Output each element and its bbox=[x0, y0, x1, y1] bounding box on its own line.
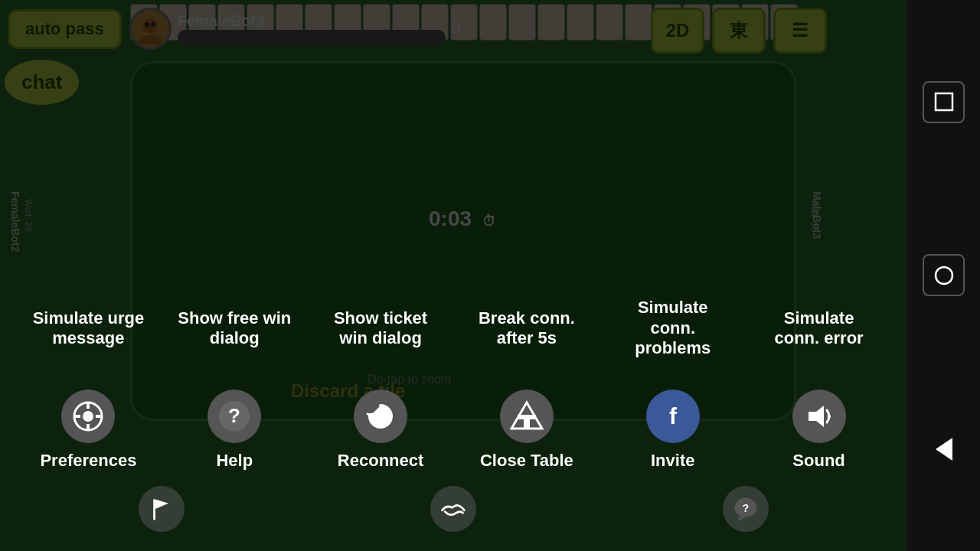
help-item[interactable]: ? Help bbox=[162, 378, 308, 482]
svg-rect-18 bbox=[153, 499, 155, 520]
reconnect-item[interactable]: Reconnect bbox=[308, 378, 454, 482]
close-table-icon bbox=[500, 390, 554, 443]
svg-text:f: f bbox=[669, 403, 678, 429]
flag-icon bbox=[139, 486, 185, 532]
preferences-label: Preferences bbox=[40, 451, 136, 471]
reconnect-label: Reconnect bbox=[338, 451, 423, 471]
simulate-urge-label: Simulate urgemessage bbox=[33, 308, 144, 349]
menu-simulate-conn-error[interactable]: Simulateconn. error bbox=[746, 286, 892, 370]
svg-rect-8 bbox=[74, 415, 80, 418]
simulate-conn-error-label: Simulateconn. error bbox=[775, 308, 864, 349]
overlay-menu: Simulate urgemessage Show free windialog… bbox=[0, 0, 907, 551]
bottom-icon-row: ? bbox=[0, 486, 907, 536]
svg-point-24 bbox=[936, 267, 952, 284]
show-ticket-win-label: Show ticketwin dialog bbox=[334, 308, 427, 349]
sound-icon bbox=[792, 390, 846, 443]
circle-button[interactable] bbox=[923, 254, 965, 296]
menu-show-free-win[interactable]: Show free windialog bbox=[162, 286, 308, 370]
svg-rect-23 bbox=[936, 93, 952, 110]
handshake-icon bbox=[430, 486, 476, 532]
svg-rect-7 bbox=[87, 424, 90, 430]
preferences-icon bbox=[61, 390, 115, 443]
reconnect-icon bbox=[354, 390, 407, 443]
menu-simulate-conn-problems[interactable]: Simulateconn.problems bbox=[599, 286, 746, 370]
break-conn-label: Break conn.after 5s bbox=[479, 308, 575, 349]
invite-item[interactable]: f Invite bbox=[599, 378, 746, 482]
invite-icon: f bbox=[646, 390, 700, 443]
icon-menu-grid: Preferences ? Help Reconn bbox=[0, 378, 907, 482]
question-chat-item[interactable]: ? bbox=[723, 486, 769, 536]
preferences-item[interactable]: Preferences bbox=[15, 378, 162, 482]
invite-label: Invite bbox=[651, 451, 694, 471]
help-icon: ? bbox=[207, 390, 261, 443]
svg-rect-13 bbox=[524, 419, 530, 429]
svg-marker-19 bbox=[155, 499, 168, 509]
back-button[interactable] bbox=[923, 428, 965, 470]
handshake-item[interactable] bbox=[430, 486, 476, 536]
menu-show-ticket-win[interactable]: Show ticketwin dialog bbox=[308, 286, 454, 370]
svg-rect-6 bbox=[87, 403, 90, 409]
flag-item[interactable] bbox=[139, 486, 185, 536]
question-chat-icon: ? bbox=[723, 486, 769, 532]
help-label: Help bbox=[216, 451, 253, 471]
menu-simulate-urge[interactable]: Simulate urgemessage bbox=[15, 286, 162, 370]
close-table-item[interactable]: Close Table bbox=[453, 378, 599, 482]
svg-marker-16 bbox=[808, 406, 824, 427]
show-free-win-label: Show free windialog bbox=[178, 308, 291, 349]
simulate-conn-problems-label: Simulateconn.problems bbox=[635, 298, 710, 358]
sound-item[interactable]: Sound bbox=[746, 378, 892, 482]
svg-point-17 bbox=[828, 415, 831, 418]
svg-point-5 bbox=[83, 411, 93, 422]
square-button[interactable] bbox=[923, 81, 965, 123]
menu-grid: Simulate urgemessage Show free windialog… bbox=[0, 286, 907, 370]
right-panel bbox=[907, 0, 980, 551]
svg-marker-25 bbox=[936, 438, 952, 461]
svg-rect-9 bbox=[96, 415, 102, 418]
menu-break-conn[interactable]: Break conn.after 5s bbox=[453, 286, 599, 370]
sound-label: Sound bbox=[792, 451, 844, 471]
close-table-label: Close Table bbox=[480, 451, 573, 471]
svg-text:?: ? bbox=[743, 502, 750, 514]
svg-rect-14 bbox=[518, 415, 536, 419]
svg-text:?: ? bbox=[228, 404, 240, 427]
